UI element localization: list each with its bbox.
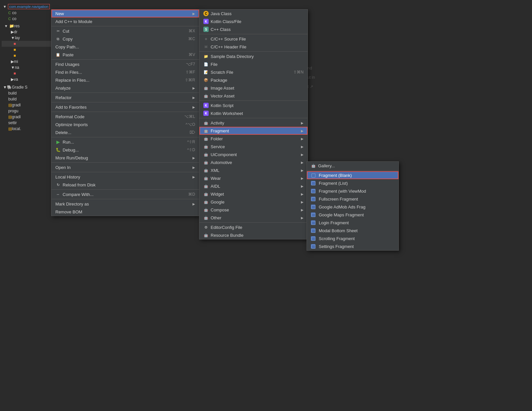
submenu-folder[interactable]: 🤖 Folder ▶ [199, 135, 308, 143]
fragment-scrolling[interactable]: Scrolling Fragment [307, 234, 399, 242]
submenu-kotlin-worksheet[interactable]: K Kotlin Worksheet [199, 109, 308, 117]
tree-item-na1[interactable]: ■ [2, 70, 51, 76]
replace-in-files-content: Replace in Files... [55, 78, 89, 83]
menu-item-local-history[interactable]: Local History ▶ [51, 173, 199, 181]
submenu-google[interactable]: 🤖 Google ▶ [199, 198, 308, 206]
fragment-login[interactable]: Login Fragment [307, 219, 399, 227]
submenu-scratch-file[interactable]: 📝 Scratch File ⇧⌘N [199, 68, 308, 76]
tree-label: na [15, 65, 19, 70]
submenu-fragment[interactable]: 🤖 Fragment ▶ [199, 127, 308, 135]
submenu-kotlin-script[interactable]: K Kotlin Script [199, 101, 308, 109]
submenu-activity[interactable]: 🤖 Activity ▶ [199, 119, 308, 127]
submenu-wear[interactable]: 🤖 Wear ▶ [199, 174, 308, 182]
tree-item-co2[interactable]: C co [2, 16, 51, 22]
menu-item-copy[interactable]: ⧉ Copy ⌘C [51, 35, 199, 43]
tree-item-na[interactable]: ▼ na [2, 65, 51, 70]
menu-item-new[interactable]: New ▶ [51, 10, 199, 17]
tree-label: dr [14, 30, 17, 34]
fragment-viewmodel[interactable]: Fragment (with ViewMod [307, 187, 399, 195]
tree-item-root[interactable]: ▼ com.example.navigation [2, 3, 51, 10]
tree-item-gradl1[interactable]: ▤ gradl [2, 102, 51, 108]
menu-item-cut[interactable]: ✂ Cut ⌘X [51, 27, 199, 35]
tree-item-build1[interactable]: build [2, 90, 51, 96]
menu-item-add-favorites[interactable]: Add to Favorites ▶ [51, 103, 199, 111]
submenu-cpp-class[interactable]: S C++ Class [199, 25, 308, 33]
fragment-settings-label: Settings Fragment [319, 244, 354, 249]
menu-item-analyze[interactable]: Analyze ▶ [51, 84, 199, 92]
submenu-compose[interactable]: 🤖 Compose ▶ [199, 206, 308, 214]
other-arrow: ▶ [301, 216, 304, 220]
submenu-service[interactable]: 🤖 Service ▶ [199, 143, 308, 151]
menu-item-open-in[interactable]: Open In ▶ [51, 163, 199, 171]
reformat-content: Reformat Code [55, 114, 84, 119]
submenu-image-asset[interactable]: 🤖 Image Asset [199, 84, 308, 92]
compare-with-content: ↔ Compare With... [55, 192, 94, 197]
sample-data-content: 📁 Sample Data Directory [203, 54, 254, 59]
folder-menu-icon: 🤖 [203, 136, 209, 141]
tree-item-build2[interactable]: build [2, 96, 51, 102]
menu-item-refactor[interactable]: Refactor ▶ [51, 94, 199, 101]
tree-item-gradle[interactable]: ▼ 🐘 Gradle S [2, 84, 51, 90]
submenu-widget[interactable]: 🤖 Widget ▶ [199, 190, 308, 198]
fragment-google-maps[interactable]: Google Maps Fragment [307, 211, 399, 219]
tree-item-lay[interactable]: ▼ lay [2, 35, 51, 41]
fragment-modal-bottom-sheet[interactable]: Modal Bottom Sheet [307, 227, 399, 234]
menu-item-paste[interactable]: 📋 Paste ⌘V [51, 51, 199, 59]
tree-item-co1[interactable]: C co [2, 10, 51, 16]
fragment-settings[interactable]: Settings Fragment [307, 242, 399, 250]
tree-item-local[interactable]: ▤ local. [2, 126, 51, 132]
tree-item-mi[interactable]: ▶ mi [2, 59, 51, 65]
menu-item-run[interactable]: ▶ Run... ^⇧R [51, 138, 199, 146]
menu-item-replace-in-files[interactable]: Replace in Files... ⇧⌘R [51, 76, 199, 84]
replace-in-files-shortcut: ⇧⌘R [185, 78, 195, 82]
tree-item-gradl2[interactable]: ▤ gradl [2, 114, 51, 120]
submenu-sample-data[interactable]: 📁 Sample Data Directory [199, 52, 308, 60]
menu-item-compare-with[interactable]: ↔ Compare With... ⌘D [51, 190, 199, 198]
submenu-package[interactable]: 📦 Package [199, 76, 308, 84]
submenu-editorconfig[interactable]: ⚙ EditorConfig File [199, 223, 308, 231]
fragment-blank[interactable]: Fragment (Blank) [307, 171, 399, 179]
tree-item-lay3[interactable]: ■ [2, 53, 51, 59]
submenu-other[interactable]: 🤖 Other ▶ [199, 214, 308, 222]
submenu-cpp-source[interactable]: ≡ C/C++ Source File [199, 35, 308, 43]
submenu-xml[interactable]: 🤖 XML ▶ [199, 166, 308, 174]
menu-item-debug[interactable]: 🐛 Debug... ^⇧D [51, 146, 199, 154]
tree-item-lay2[interactable]: ■ [2, 47, 51, 53]
submenu-vector-asset[interactable]: 🤖 Vector Asset [199, 92, 308, 100]
submenu-cpp-header[interactable]: H C/C++ Header File [199, 43, 308, 51]
tree-item-res[interactable]: ▼ 📁 res [2, 23, 51, 29]
menu-item-reformat[interactable]: Reformat Code ⌥⌘L [51, 113, 199, 121]
submenu-resource-bundle[interactable]: 🤖 Resource Bundle [199, 231, 308, 239]
fragment-fullscreen[interactable]: Fullscreen Fragment [307, 195, 399, 203]
menu-item-mark-directory[interactable]: Mark Directory as ▶ [51, 200, 199, 208]
menu-item-find-usages[interactable]: Find Usages ⌥F7 [51, 60, 199, 68]
submenu-uicomponent[interactable]: 🤖 UiComponent ▶ [199, 151, 308, 158]
gradle-file-icon2: ▤ [8, 115, 12, 119]
editorconfig-icon: ⚙ [203, 225, 209, 230]
submenu-kotlin-class[interactable]: K Kotlin Class/File [199, 17, 308, 25]
menu-item-find-in-files[interactable]: Find in Files... ⇧⌘F [51, 68, 199, 76]
submenu-automotive[interactable]: 🤖 Automotive ▶ [199, 158, 308, 166]
menu-item-copy-path[interactable]: Copy Path... [51, 43, 199, 51]
menu-item-delete[interactable]: Delete... ⌦ [51, 128, 199, 136]
submenu-file[interactable]: 📄 File [199, 60, 308, 68]
tree-item-settir[interactable]: settir [2, 120, 51, 126]
tree-item-dr[interactable]: ▶ dr [2, 29, 51, 35]
tree-item-lay1[interactable]: ■ [2, 41, 51, 47]
menu-item-remove-bom[interactable]: Remove BOM [51, 208, 199, 216]
menu-item-more-run-debug[interactable]: More Run/Debug ▶ [51, 154, 199, 162]
tree-item-va[interactable]: ▶ va [2, 76, 51, 82]
menu-item-add-cpp[interactable]: Add C++ to Module [51, 17, 199, 25]
fragment-list[interactable]: Fragment (List) [307, 179, 399, 187]
tree-label: lay [15, 36, 20, 40]
submenu-aidl[interactable]: 🤖 AIDL ▶ [199, 182, 308, 190]
file-icon: ■ [14, 41, 16, 46]
tree-item-progu[interactable]: progu [2, 108, 51, 114]
kotlin-class-icon: K [203, 19, 209, 24]
fragment-admob[interactable]: Google AdMob Ads Frag [307, 203, 399, 211]
submenu-java-class[interactable]: C Java Class [199, 10, 308, 17]
fragment-gallery[interactable]: 🤖 Gallery... [307, 162, 399, 170]
mark-directory-label: Mark Directory as [55, 202, 89, 206]
menu-item-optimize-imports[interactable]: Optimize Imports ^⌥O [51, 121, 199, 128]
menu-item-reload-from-disk[interactable]: ↻ Reload from Disk [51, 181, 199, 189]
